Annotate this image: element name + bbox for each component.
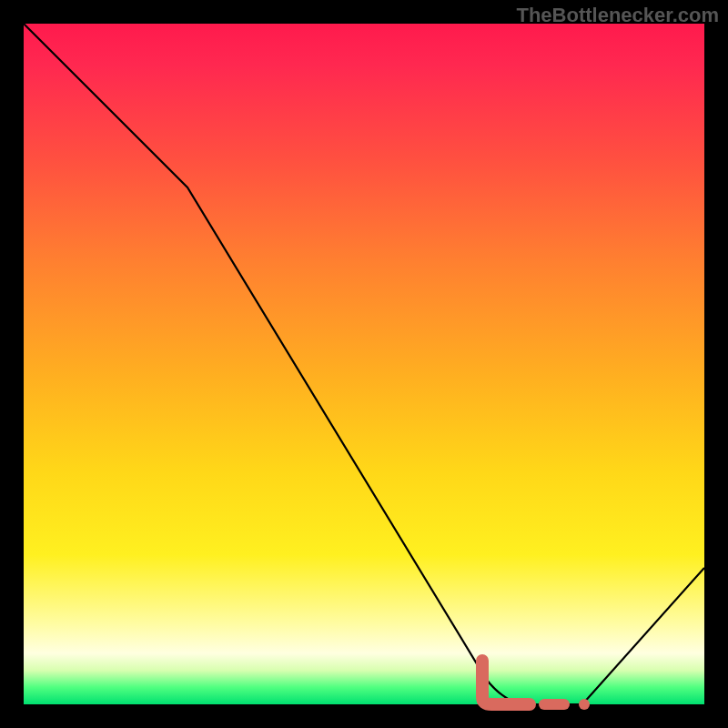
watermark-text: TheBottlenecker.com	[516, 4, 719, 27]
main-curve	[24, 24, 704, 704]
chart-curve-layer	[24, 24, 704, 704]
highlight-dot	[579, 699, 590, 710]
chart-plot-area	[24, 24, 704, 704]
